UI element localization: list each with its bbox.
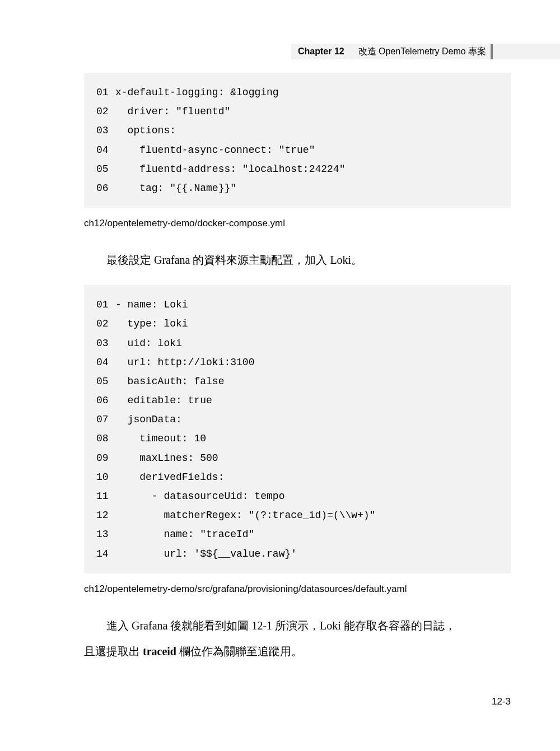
code-text: options: xyxy=(115,121,176,140)
code-line: 11 - datasourceUid: tempo xyxy=(96,487,498,506)
code-line: 02 driver: "fluentd" xyxy=(96,102,498,121)
line-number: 12 xyxy=(96,506,115,525)
line-number: 01 xyxy=(96,83,115,102)
code-text: - datasourceUid: tempo xyxy=(115,487,284,506)
code-line: 05 basicAuth: false xyxy=(96,372,498,391)
code-line: 04 url: http://loki:3100 xyxy=(96,353,498,372)
code-text: x-default-logging: &logging xyxy=(115,83,279,102)
chapter-label: Chapter 12 改造 OpenTelemetry Demo 專案 xyxy=(298,46,486,58)
code-text: type: loki xyxy=(115,314,188,333)
paragraph-2-prefix: 且還提取出 xyxy=(84,645,143,657)
code-text: matcherRegex: "(?:trace_id)=(\\w+)" xyxy=(115,506,375,525)
code-block-1: 01x-default-logging: &logging02 driver: … xyxy=(84,73,511,208)
code-text: tag: "{{.Name}}" xyxy=(115,179,236,198)
code-text: maxLines: 500 xyxy=(115,449,218,468)
code-line: 04 fluentd-async-connect: "true" xyxy=(96,141,498,160)
line-number: 08 xyxy=(96,429,115,448)
line-number: 02 xyxy=(96,102,115,121)
code-line: 07 jsonData: xyxy=(96,410,498,429)
line-number: 10 xyxy=(96,468,115,487)
code-text: - name: Loki xyxy=(115,295,188,314)
code-text: editable: true xyxy=(115,391,212,410)
paragraph-2-line1: 進入 Grafana 後就能看到如圖 12-1 所演示，Loki 能存取各容器的… xyxy=(106,619,456,632)
paragraph-2: 進入 Grafana 後就能看到如圖 12-1 所演示，Loki 能存取各容器的… xyxy=(84,613,511,664)
line-number: 11 xyxy=(96,487,115,506)
chapter-number: Chapter 12 xyxy=(298,46,344,56)
code-text: url: '$${__value.raw}' xyxy=(115,544,297,563)
line-number: 01 xyxy=(96,295,115,314)
code-text: name: "traceId" xyxy=(115,525,254,544)
code-line: 14 url: '$${__value.raw}' xyxy=(96,544,498,563)
code-line: 10 derivedFields: xyxy=(96,468,498,487)
chapter-header: Chapter 12 改造 OpenTelemetry Demo 專案 xyxy=(291,44,560,59)
code-text: jsonData: xyxy=(115,410,182,429)
line-number: 06 xyxy=(96,391,115,410)
line-number: 03 xyxy=(96,334,115,353)
code-line: 06 editable: true xyxy=(96,391,498,410)
code-text: fluentd-address: "localhost:24224" xyxy=(115,160,345,179)
code-line: 12 matcherRegex: "(?:trace_id)=(\\w+)" xyxy=(96,506,498,525)
code-line: 01x-default-logging: &logging xyxy=(96,83,498,102)
code-line: 05 fluentd-address: "localhost:24224" xyxy=(96,160,498,179)
page-content: 01x-default-logging: &logging02 driver: … xyxy=(84,73,511,664)
code-text: uid: loki xyxy=(115,334,182,353)
code-line: 13 name: "traceId" xyxy=(96,525,498,544)
line-number: 09 xyxy=(96,449,115,468)
code-line: 09 maxLines: 500 xyxy=(96,449,498,468)
code-caption-1: ch12/opentelemetry-demo/docker-compose.y… xyxy=(84,218,511,229)
paragraph-2-bold: traceid xyxy=(143,645,176,657)
line-number: 02 xyxy=(96,314,115,333)
code-text: derivedFields: xyxy=(115,468,224,487)
code-line: 06 tag: "{{.Name}}" xyxy=(96,179,498,198)
header-marker xyxy=(491,44,493,59)
code-text: basicAuth: false xyxy=(115,372,224,391)
code-line: 08 timeout: 10 xyxy=(96,429,498,448)
paragraph-2-suffix: 欄位作為關聯至追蹤用。 xyxy=(176,645,302,657)
code-text: driver: "fluentd" xyxy=(115,102,230,121)
line-number: 04 xyxy=(96,141,115,160)
line-number: 06 xyxy=(96,179,115,198)
line-number: 13 xyxy=(96,525,115,544)
code-line: 01- name: Loki xyxy=(96,295,498,314)
page-number: 12-3 xyxy=(492,696,511,707)
code-line: 03 options: xyxy=(96,121,498,140)
line-number: 14 xyxy=(96,544,115,563)
line-number: 05 xyxy=(96,160,115,179)
code-block-2: 01- name: Loki02 type: loki03 uid: loki0… xyxy=(84,285,511,573)
line-number: 05 xyxy=(96,372,115,391)
code-caption-2: ch12/opentelemetry-demo/src/grafana/prov… xyxy=(84,584,511,595)
code-text: timeout: 10 xyxy=(115,429,206,448)
line-number: 03 xyxy=(96,121,115,140)
line-number: 04 xyxy=(96,353,115,372)
code-line: 03 uid: loki xyxy=(96,334,498,353)
code-text: fluentd-async-connect: "true" xyxy=(115,141,315,160)
chapter-title: 改造 OpenTelemetry Demo 專案 xyxy=(358,46,487,56)
code-line: 02 type: loki xyxy=(96,314,498,333)
line-number: 07 xyxy=(96,410,115,429)
paragraph-1: 最後設定 Grafana 的資料來源主動配置，加入 Loki。 xyxy=(84,247,511,273)
code-text: url: http://loki:3100 xyxy=(115,353,254,372)
